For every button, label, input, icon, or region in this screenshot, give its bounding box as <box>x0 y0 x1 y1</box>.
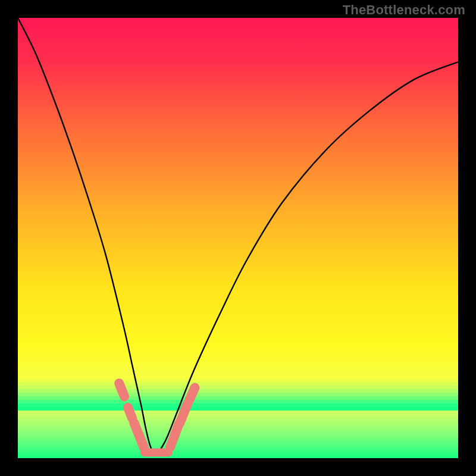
svg-rect-4 <box>18 389 458 393</box>
svg-rect-8 <box>18 403 458 407</box>
watermark-text: TheBottleneck.com <box>343 2 465 18</box>
svg-rect-5 <box>18 393 458 396</box>
chart-frame: TheBottleneck.com <box>0 0 476 476</box>
marker-segment <box>128 408 132 419</box>
svg-rect-7 <box>18 400 458 403</box>
svg-rect-1 <box>18 378 458 382</box>
bottleneck-chart <box>18 18 458 458</box>
svg-rect-9 <box>18 407 458 411</box>
svg-rect-3 <box>18 386 458 389</box>
marker-segment <box>190 388 195 400</box>
svg-rect-6 <box>18 396 458 400</box>
svg-rect-2 <box>18 382 458 386</box>
gradient-band-strip <box>18 375 458 411</box>
svg-rect-0 <box>18 375 458 378</box>
marker-segment <box>119 383 124 396</box>
